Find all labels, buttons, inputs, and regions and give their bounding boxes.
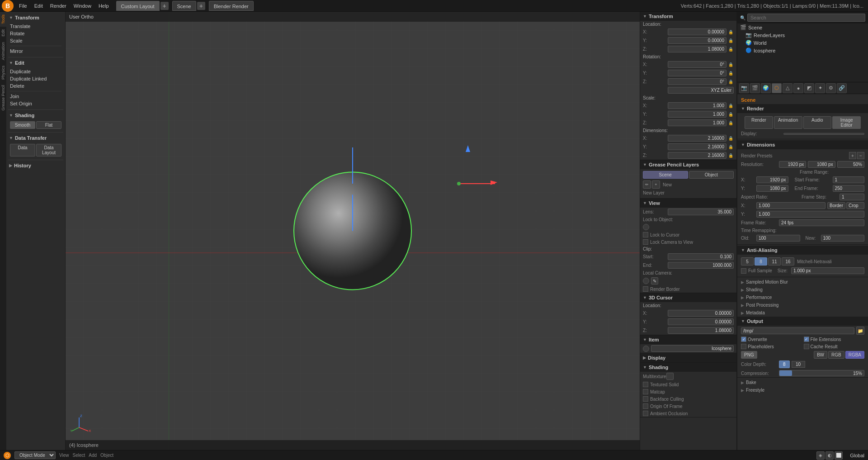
end-frame-value[interactable]: 250 — [833, 185, 865, 192]
rotation-x-lock[interactable]: 🔒 — [727, 62, 734, 68]
cr-display-header[interactable]: ▶ Display — [640, 353, 736, 362]
multitexture-edit-btn[interactable] — [666, 373, 674, 380]
full-sample-checkbox[interactable] — [741, 268, 746, 274]
output-path-btn[interactable]: 📁 — [856, 327, 864, 335]
aspect-ratio-x[interactable]: 1.000 — [756, 202, 826, 209]
prop-icon-data[interactable]: △ — [783, 83, 793, 93]
cursor-x-value[interactable]: 0.00000 — [668, 310, 734, 317]
lock-icon[interactable] — [643, 224, 649, 230]
duplicate-button[interactable]: Duplicate — [10, 68, 61, 75]
transform-section-header[interactable]: ▼ Transform — [8, 14, 63, 22]
bottom-add[interactable]: Add — [89, 453, 97, 458]
rotation-x-value[interactable]: 0° — [668, 61, 726, 68]
translate-button[interactable]: Translate — [10, 23, 61, 30]
step-value[interactable]: 1 — [840, 194, 864, 200]
delete-button[interactable]: Delete — [10, 82, 61, 90]
aspect-ratio-y[interactable]: 1.000 — [756, 211, 864, 218]
data-button[interactable]: Data — [10, 144, 35, 156]
lens-value[interactable]: 35.000 — [668, 209, 734, 215]
dim-z-lock[interactable]: 🔒 — [727, 152, 734, 159]
scale-x-value[interactable]: 1.000 — [668, 102, 726, 109]
file-ext-checkbox[interactable]: ✓ — [804, 337, 809, 342]
matcap-checkbox[interactable] — [643, 389, 648, 394]
scale-y-value[interactable]: 1.000 — [668, 111, 726, 118]
format-rgb-btn[interactable]: RGB — [828, 351, 844, 359]
menu-window[interactable]: Window — [70, 0, 95, 12]
format-rgba-btn[interactable]: RGBA — [845, 351, 864, 359]
format-png-btn[interactable]: PNG — [741, 351, 757, 359]
rotation-y-lock[interactable]: 🔒 — [727, 70, 734, 76]
textured-solid-checkbox[interactable] — [643, 382, 648, 387]
res-x-value[interactable]: 1920 px — [779, 161, 806, 168]
prop-icon-constraints[interactable]: 🔗 — [837, 83, 847, 93]
rotation-z-lock[interactable]: 🔒 — [727, 79, 734, 85]
tab-scene[interactable]: Scene — [172, 1, 196, 11]
overwrite-checkbox[interactable]: ✓ — [741, 337, 746, 342]
location-x-value[interactable]: 0.00000 — [668, 28, 726, 35]
prop-icon-texture[interactable]: ◩ — [804, 83, 814, 93]
location-z-value[interactable]: 1.08000 — [668, 46, 726, 52]
aa-size-value[interactable]: 1.000 px — [791, 267, 864, 274]
aa-section-header[interactable]: ▼ Anti-Aliasing — [737, 246, 868, 255]
origin-checkbox[interactable] — [643, 403, 648, 409]
gp-scene-btn[interactable]: Scene — [643, 171, 688, 179]
prop-icon-object[interactable]: ⬡ — [772, 83, 782, 93]
rotate-button[interactable]: Rotate — [10, 30, 61, 37]
new-remap-value[interactable]: 100 — [821, 235, 865, 242]
dim-z-value[interactable]: 2.16000 — [668, 152, 726, 159]
cr-view-header[interactable]: ▼ View — [640, 199, 736, 208]
border-btn[interactable]: Border — [827, 202, 845, 209]
render-tab-animation[interactable]: Animation — [774, 116, 802, 129]
tab-animation[interactable]: Animation — [0, 39, 6, 63]
bottom-object[interactable]: Object — [100, 453, 113, 458]
display-value[interactable] — [783, 133, 864, 135]
start-frame-value[interactable]: 1 — [833, 176, 865, 183]
add-tab-button[interactable]: + — [160, 2, 169, 10]
viewport[interactable]: User Ortho — [66, 12, 640, 450]
edit-section-header[interactable]: ▼ Edit — [8, 59, 63, 67]
rotation-mode-value[interactable]: XYZ Euler — [668, 87, 734, 94]
location-z-lock[interactable]: 🔒 — [727, 46, 734, 52]
metadata-header[interactable]: ▶ Metadata — [737, 309, 868, 317]
aa-btn-11[interactable]: 11 — [768, 257, 781, 266]
compression-bar[interactable]: 15% — [779, 370, 864, 376]
color-depth-alt-value[interactable]: 10 — [792, 361, 805, 368]
menu-edit[interactable]: Edit — [31, 0, 47, 12]
bake-header[interactable]: ▶ Bake — [737, 379, 868, 386]
local-camera-edit-btn[interactable]: ✎ — [651, 277, 658, 285]
scene-tree-item-scene[interactable]: 🎬 Scene — [737, 24, 868, 31]
presets-remove-btn[interactable]: − — [857, 152, 864, 159]
menu-help[interactable]: Help — [95, 0, 113, 12]
fps-value[interactable]: 24 fps — [779, 219, 864, 226]
scale-y-lock[interactable]: 🔒 — [727, 111, 734, 118]
join-button[interactable]: Join — [10, 93, 61, 100]
dim-y-lock[interactable]: 🔒 — [727, 144, 734, 150]
render-border-checkbox[interactable] — [643, 286, 648, 292]
clip-start-value[interactable]: 0.100 — [668, 253, 734, 260]
tab-custom-layout[interactable]: Custom Layout — [116, 1, 160, 11]
scene-tree-item-world[interactable]: 🌍 World — [737, 39, 868, 47]
placeholders-checkbox[interactable] — [741, 344, 746, 349]
scene-tree-item-renderlayers[interactable]: 📷 RenderLayers — [737, 31, 868, 39]
shading-collapsible-header[interactable]: ▶ Shading — [737, 286, 868, 294]
prop-icon-render[interactable]: 📷 — [739, 83, 749, 93]
scale-x-lock[interactable]: 🔒 — [727, 103, 734, 109]
render-tab-audio[interactable]: Audio — [803, 116, 832, 129]
data-layout-button[interactable]: Data Layout — [36, 144, 61, 156]
output-section-header[interactable]: ▼ Output — [737, 317, 868, 326]
tab-tools[interactable]: Tools — [0, 12, 6, 27]
crop-btn[interactable]: Crop — [846, 202, 864, 209]
freestyle-header[interactable]: ▶ Freestyle — [737, 386, 868, 394]
cr-transform-header[interactable]: ▼ Transform — [640, 12, 736, 21]
menu-render[interactable]: Render — [47, 0, 70, 12]
dim-x-value[interactable]: 2.16000 — [668, 135, 726, 142]
mode-selector[interactable]: Object Mode — [14, 451, 56, 459]
aa-btn-8[interactable]: 8 — [755, 257, 767, 266]
tab-edit-sidebar[interactable]: Edit — [0, 27, 6, 39]
render-section-header[interactable]: ▼ Render — [737, 104, 868, 113]
format-bw-btn[interactable]: BW — [814, 351, 827, 359]
set-origin-button[interactable]: Set Origin — [10, 100, 61, 107]
performance-header[interactable]: ▶ Performance — [737, 294, 868, 301]
cursor-z-value[interactable]: 1.08000 — [668, 327, 734, 334]
cr-shading-header[interactable]: ▼ Shading — [640, 363, 736, 372]
